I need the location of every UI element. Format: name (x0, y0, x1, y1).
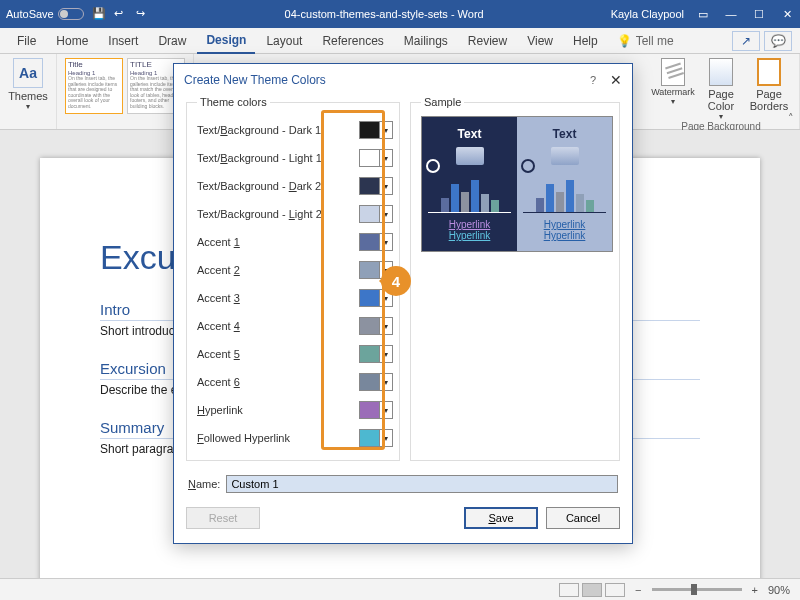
color-picker-button[interactable]: ▾ (359, 429, 393, 447)
tab-review[interactable]: Review (459, 29, 516, 53)
tab-home[interactable]: Home (47, 29, 97, 53)
quick-access-toolbar: 💾 ↩ ↪ (92, 7, 150, 21)
autosave-toggle[interactable]: AutoSave (6, 8, 84, 20)
callout-badge: 4 (381, 266, 411, 296)
style-set-thumb[interactable]: TitleHeading 1On the Insert tab, the gal… (65, 58, 123, 114)
tab-references[interactable]: References (313, 29, 392, 53)
color-label: Followed Hyperlink (197, 432, 359, 444)
close-icon[interactable]: ✕ (780, 8, 794, 21)
color-label: Accent 5 (197, 348, 359, 360)
color-label: Accent 3 (197, 292, 359, 304)
cancel-button[interactable]: Cancel (546, 507, 620, 529)
save-button[interactable]: Save (464, 507, 538, 529)
color-label: Text/Background - Dark 1 (197, 124, 359, 136)
zoom-out-icon[interactable]: − (635, 584, 641, 596)
color-label: Text/Background - Dark 2 (197, 180, 359, 192)
chevron-down-icon: ▾ (380, 406, 392, 415)
color-picker-button[interactable]: ▾ (359, 401, 393, 419)
document-title: 04-custom-themes-and-style-sets - Word (170, 8, 599, 20)
tab-file[interactable]: File (8, 29, 45, 53)
ribbon-tabs: FileHomeInsertDrawDesignLayoutReferences… (0, 28, 800, 54)
chevron-down-icon: ▾ (380, 126, 392, 135)
color-row: Text/Background - Light 2▾ (197, 200, 393, 228)
tab-mailings[interactable]: Mailings (395, 29, 457, 53)
sample-shape-icon (456, 147, 484, 165)
dialog-title-bar[interactable]: Create New Theme Colors ? ✕ (174, 64, 632, 96)
minimize-icon[interactable]: — (724, 8, 738, 21)
lightbulb-icon: 💡 (617, 34, 632, 48)
tab-design[interactable]: Design (197, 28, 255, 54)
share-button[interactable]: ↗ (732, 31, 760, 51)
sample-light-panel: Text Hyperlink Hyperlink (517, 117, 612, 251)
color-picker-button[interactable]: ▾ (359, 177, 393, 195)
undo-icon[interactable]: ↩ (114, 7, 128, 21)
sample-shape-icon (551, 147, 579, 165)
themes-button[interactable]: Aa Themes ▾ (8, 58, 48, 111)
color-row: Accent 2▾ (197, 256, 393, 284)
print-layout-icon[interactable] (582, 583, 602, 597)
maximize-icon[interactable]: ☐ (752, 8, 766, 21)
color-row: Accent 5▾ (197, 340, 393, 368)
name-input[interactable] (226, 475, 618, 493)
color-row: Accent 4▾ (197, 312, 393, 340)
chevron-down-icon: ▾ (380, 182, 392, 191)
color-picker-button[interactable]: ▾ (359, 149, 393, 167)
tab-draw[interactable]: Draw (149, 29, 195, 53)
help-icon[interactable]: ? (590, 74, 596, 86)
color-picker-button[interactable]: ▾ (359, 205, 393, 223)
color-row: Followed Hyperlink▾ (197, 424, 393, 452)
chevron-down-icon: ▾ (380, 238, 392, 247)
chevron-down-icon: ▾ (380, 322, 392, 331)
close-icon[interactable]: ✕ (610, 72, 622, 88)
tab-view[interactable]: View (518, 29, 562, 53)
read-mode-icon[interactable] (559, 583, 579, 597)
color-picker-button[interactable]: ▾ (359, 373, 393, 391)
tab-insert[interactable]: Insert (99, 29, 147, 53)
collapse-ribbon-icon[interactable]: ˄ (788, 112, 794, 125)
chevron-down-icon: ▾ (380, 154, 392, 163)
zoom-in-icon[interactable]: + (752, 584, 758, 596)
theme-colors-dialog: Create New Theme Colors ? ✕ Theme colors… (173, 63, 633, 544)
color-row: Accent 3▾ (197, 284, 393, 312)
color-label: Text/Background - Light 1 (197, 152, 359, 164)
sample-group: Sample Text Hyperlink Hyperlink Text Hyp… (410, 96, 620, 461)
zoom-level[interactable]: 90% (768, 584, 790, 596)
color-row: Hyperlink▾ (197, 396, 393, 424)
page-borders-button[interactable]: Page Borders (747, 58, 791, 112)
color-picker-button[interactable]: ▾ (359, 121, 393, 139)
color-label: Accent 4 (197, 320, 359, 332)
color-row: Text/Background - Dark 2▾ (197, 172, 393, 200)
view-buttons[interactable] (559, 583, 625, 597)
color-row: Accent 1▾ (197, 228, 393, 256)
comments-button[interactable]: 💬 (764, 31, 792, 51)
ribbon-options-icon[interactable]: ▭ (696, 8, 710, 21)
color-row: Text/Background - Dark 1▾ (197, 116, 393, 144)
color-picker-button[interactable]: ▾ (359, 345, 393, 363)
zoom-slider[interactable] (652, 588, 742, 591)
watermark-button[interactable]: Watermark▾ (651, 58, 695, 106)
page-color-button[interactable]: Page Color▾ (699, 58, 743, 121)
tab-layout[interactable]: Layout (257, 29, 311, 53)
color-row: Accent 6▾ (197, 368, 393, 396)
color-label: Text/Background - Light 2 (197, 208, 359, 220)
tell-me-search[interactable]: 💡 Tell me (617, 34, 674, 48)
color-picker-button[interactable]: ▾ (359, 233, 393, 251)
color-label: Accent 2 (197, 264, 359, 276)
user-name[interactable]: Kayla Claypool (611, 8, 684, 20)
web-layout-icon[interactable] (605, 583, 625, 597)
color-label: Accent 6 (197, 376, 359, 388)
name-label: Name: (188, 478, 220, 490)
save-icon[interactable]: 💾 (92, 7, 106, 21)
tab-help[interactable]: Help (564, 29, 607, 53)
chevron-down-icon: ▾ (380, 210, 392, 219)
status-bar: − + 90% (0, 578, 800, 600)
sample-dark-panel: Text Hyperlink Hyperlink (422, 117, 517, 251)
color-label: Accent 1 (197, 236, 359, 248)
color-label: Hyperlink (197, 404, 359, 416)
theme-colors-group: Theme colors Text/Background - Dark 1▾Te… (186, 96, 400, 461)
color-picker-button[interactable]: ▾ (359, 317, 393, 335)
page-background-group: Watermark▾ Page Color▾ Page Borders Page… (643, 54, 800, 129)
chevron-down-icon: ▾ (380, 378, 392, 387)
redo-icon[interactable]: ↪ (136, 7, 150, 21)
chevron-down-icon: ▾ (380, 434, 392, 443)
